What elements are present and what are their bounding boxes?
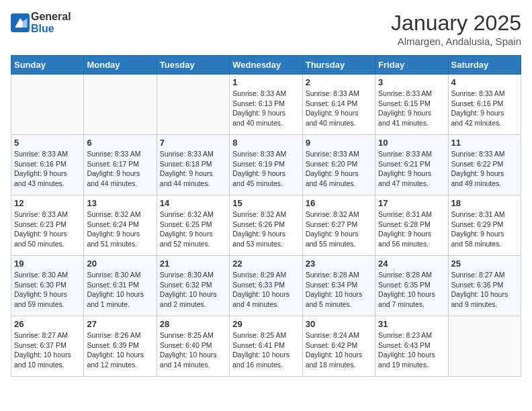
calendar-cell	[157, 75, 229, 135]
calendar-cell: 16Sunrise: 8:32 AM Sunset: 6:27 PM Dayli…	[302, 195, 375, 256]
day-number: 14	[160, 198, 226, 208]
day-number: 17	[378, 198, 445, 208]
day-info: Sunrise: 8:27 AM Sunset: 6:36 PM Dayligh…	[451, 270, 518, 310]
calendar-cell: 11Sunrise: 8:33 AM Sunset: 6:22 PM Dayli…	[448, 135, 521, 195]
calendar-cell	[11, 75, 84, 135]
day-number: 9	[306, 138, 372, 148]
day-info: Sunrise: 8:26 AM Sunset: 6:39 PM Dayligh…	[87, 330, 153, 370]
day-number: 30	[306, 319, 372, 329]
day-info: Sunrise: 8:30 AM Sunset: 6:32 PM Dayligh…	[160, 270, 226, 310]
calendar-week-row: 19Sunrise: 8:30 AM Sunset: 6:30 PM Dayli…	[11, 256, 521, 316]
day-info: Sunrise: 8:33 AM Sunset: 6:20 PM Dayligh…	[306, 149, 372, 189]
calendar-week-row: 5Sunrise: 8:33 AM Sunset: 6:16 PM Daylig…	[11, 135, 521, 195]
calendar-cell: 9Sunrise: 8:33 AM Sunset: 6:20 PM Daylig…	[302, 135, 375, 195]
calendar-cell: 2Sunrise: 8:33 AM Sunset: 6:14 PM Daylig…	[302, 75, 375, 135]
day-info: Sunrise: 8:27 AM Sunset: 6:37 PM Dayligh…	[14, 330, 81, 370]
day-info: Sunrise: 8:30 AM Sunset: 6:30 PM Dayligh…	[14, 270, 81, 310]
day-number: 13	[87, 198, 153, 208]
day-number: 1	[232, 77, 299, 87]
calendar-cell: 4Sunrise: 8:33 AM Sunset: 6:16 PM Daylig…	[448, 75, 521, 135]
calendar-cell: 24Sunrise: 8:28 AM Sunset: 6:35 PM Dayli…	[375, 256, 448, 316]
calendar-cell: 5Sunrise: 8:33 AM Sunset: 6:16 PM Daylig…	[11, 135, 84, 195]
day-header-saturday: Saturday	[448, 56, 521, 75]
calendar-cell: 14Sunrise: 8:32 AM Sunset: 6:25 PM Dayli…	[157, 195, 229, 256]
day-number: 19	[14, 259, 81, 269]
day-info: Sunrise: 8:24 AM Sunset: 6:42 PM Dayligh…	[306, 330, 372, 370]
calendar-week-row: 1Sunrise: 8:33 AM Sunset: 6:13 PM Daylig…	[11, 75, 521, 135]
day-info: Sunrise: 8:33 AM Sunset: 6:16 PM Dayligh…	[14, 149, 81, 189]
calendar-cell: 31Sunrise: 8:23 AM Sunset: 6:43 PM Dayli…	[375, 316, 448, 377]
logo-icon	[11, 13, 30, 32]
calendar-cell: 21Sunrise: 8:30 AM Sunset: 6:32 PM Dayli…	[157, 256, 229, 316]
logo-text: General Blue	[31, 11, 71, 35]
month-title: January 2025	[391, 11, 521, 36]
day-info: Sunrise: 8:32 AM Sunset: 6:25 PM Dayligh…	[160, 210, 226, 249]
day-header-sunday: Sunday	[11, 56, 84, 75]
day-info: Sunrise: 8:28 AM Sunset: 6:35 PM Dayligh…	[378, 270, 445, 310]
calendar-cell: 29Sunrise: 8:25 AM Sunset: 6:41 PM Dayli…	[230, 316, 302, 377]
day-info: Sunrise: 8:33 AM Sunset: 6:18 PM Dayligh…	[160, 149, 226, 189]
day-number: 15	[232, 198, 299, 208]
day-number: 23	[306, 259, 372, 269]
day-number: 27	[87, 319, 153, 329]
day-number: 3	[378, 77, 445, 87]
logo: General Blue	[11, 11, 71, 35]
day-number: 26	[14, 319, 81, 329]
calendar-cell	[84, 75, 157, 135]
calendar-cell: 19Sunrise: 8:30 AM Sunset: 6:30 PM Dayli…	[11, 256, 84, 316]
day-info: Sunrise: 8:32 AM Sunset: 6:26 PM Dayligh…	[232, 210, 299, 249]
day-number: 24	[378, 259, 445, 269]
calendar-body: 1Sunrise: 8:33 AM Sunset: 6:13 PM Daylig…	[11, 75, 521, 377]
calendar-table: SundayMondayTuesdayWednesdayThursdayFrid…	[11, 55, 521, 377]
day-info: Sunrise: 8:29 AM Sunset: 6:33 PM Dayligh…	[232, 270, 299, 310]
day-info: Sunrise: 8:33 AM Sunset: 6:15 PM Dayligh…	[378, 89, 445, 128]
day-number: 16	[306, 198, 372, 208]
calendar-cell: 23Sunrise: 8:28 AM Sunset: 6:34 PM Dayli…	[302, 256, 375, 316]
calendar-cell: 7Sunrise: 8:33 AM Sunset: 6:18 PM Daylig…	[157, 135, 229, 195]
day-info: Sunrise: 8:33 AM Sunset: 6:23 PM Dayligh…	[14, 210, 81, 249]
calendar-cell: 28Sunrise: 8:25 AM Sunset: 6:40 PM Dayli…	[157, 316, 229, 377]
day-number: 22	[232, 259, 299, 269]
day-header-monday: Monday	[84, 56, 157, 75]
day-info: Sunrise: 8:33 AM Sunset: 6:22 PM Dayligh…	[451, 149, 518, 189]
day-info: Sunrise: 8:33 AM Sunset: 6:21 PM Dayligh…	[378, 149, 445, 189]
calendar-cell: 3Sunrise: 8:33 AM Sunset: 6:15 PM Daylig…	[375, 75, 448, 135]
day-info: Sunrise: 8:33 AM Sunset: 6:14 PM Dayligh…	[306, 89, 372, 128]
day-number: 28	[160, 319, 226, 329]
calendar-header-row: SundayMondayTuesdayWednesdayThursdayFrid…	[11, 56, 521, 75]
day-number: 29	[232, 319, 299, 329]
day-info: Sunrise: 8:33 AM Sunset: 6:19 PM Dayligh…	[232, 149, 299, 189]
calendar-cell: 8Sunrise: 8:33 AM Sunset: 6:19 PM Daylig…	[230, 135, 302, 195]
calendar-cell: 15Sunrise: 8:32 AM Sunset: 6:26 PM Dayli…	[230, 195, 302, 256]
day-info: Sunrise: 8:33 AM Sunset: 6:17 PM Dayligh…	[87, 149, 153, 189]
day-number: 6	[87, 138, 153, 148]
day-number: 21	[160, 259, 226, 269]
calendar-cell: 27Sunrise: 8:26 AM Sunset: 6:39 PM Dayli…	[84, 316, 157, 377]
calendar-cell: 12Sunrise: 8:33 AM Sunset: 6:23 PM Dayli…	[11, 195, 84, 256]
calendar-cell: 22Sunrise: 8:29 AM Sunset: 6:33 PM Dayli…	[230, 256, 302, 316]
day-number: 7	[160, 138, 226, 148]
day-number: 18	[451, 198, 518, 208]
calendar-cell: 25Sunrise: 8:27 AM Sunset: 6:36 PM Dayli…	[448, 256, 521, 316]
title-block: January 2025 Almargen, Andalusia, Spain	[391, 11, 521, 47]
calendar-cell: 18Sunrise: 8:31 AM Sunset: 6:29 PM Dayli…	[448, 195, 521, 256]
calendar-cell: 30Sunrise: 8:24 AM Sunset: 6:42 PM Dayli…	[302, 316, 375, 377]
day-header-tuesday: Tuesday	[157, 56, 229, 75]
calendar-week-row: 26Sunrise: 8:27 AM Sunset: 6:37 PM Dayli…	[11, 316, 521, 377]
day-info: Sunrise: 8:28 AM Sunset: 6:34 PM Dayligh…	[306, 270, 372, 310]
day-info: Sunrise: 8:32 AM Sunset: 6:27 PM Dayligh…	[306, 210, 372, 249]
day-number: 5	[14, 138, 81, 148]
calendar-cell: 26Sunrise: 8:27 AM Sunset: 6:37 PM Dayli…	[11, 316, 84, 377]
calendar-cell: 1Sunrise: 8:33 AM Sunset: 6:13 PM Daylig…	[230, 75, 302, 135]
calendar-cell: 10Sunrise: 8:33 AM Sunset: 6:21 PM Dayli…	[375, 135, 448, 195]
day-info: Sunrise: 8:25 AM Sunset: 6:41 PM Dayligh…	[232, 330, 299, 370]
day-info: Sunrise: 8:31 AM Sunset: 6:28 PM Dayligh…	[378, 210, 445, 249]
day-header-thursday: Thursday	[302, 56, 375, 75]
day-number: 25	[451, 259, 518, 269]
day-number: 8	[232, 138, 299, 148]
calendar-week-row: 12Sunrise: 8:33 AM Sunset: 6:23 PM Dayli…	[11, 195, 521, 256]
calendar-cell: 13Sunrise: 8:32 AM Sunset: 6:24 PM Dayli…	[84, 195, 157, 256]
location: Almargen, Andalusia, Spain	[391, 36, 521, 47]
day-number: 2	[306, 77, 372, 87]
day-number: 31	[378, 319, 445, 329]
